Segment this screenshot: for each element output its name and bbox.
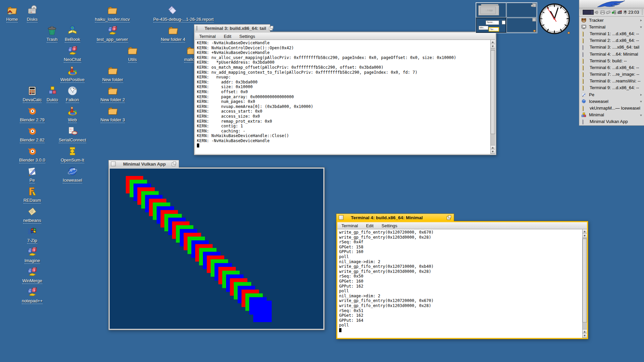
scrollbar-thumb[interactable] (491, 50, 495, 134)
desktop-icon-falkon[interactable]: Falkon (54, 85, 91, 103)
printer-icon[interactable] (600, 10, 605, 15)
desktop-icon-test-app-server[interactable]: test_app_server (94, 25, 131, 43)
desktop-icon-label: New folder 4 (161, 37, 185, 43)
tray-grip[interactable] (580, 9, 582, 15)
scroll-down-icon[interactable] (583, 334, 587, 338)
terminal3-scrollbar[interactable] (490, 40, 495, 154)
desktop-icon-new-folder-3[interactable]: New folder 3 (94, 105, 131, 123)
terminal4-menubar: TerminalEditSettings (337, 222, 587, 229)
vulkan-render-view[interactable] (110, 169, 323, 329)
deskbar-window-item[interactable]: Terminal 2: ...d.x86_64: -- (579, 37, 644, 44)
desktop-icon-image (67, 105, 78, 117)
volume-icon[interactable] (594, 10, 599, 15)
scroll-up-icon[interactable] (583, 229, 587, 234)
workspace-4[interactable] (506, 18, 537, 33)
workspace-2[interactable] (506, 3, 537, 17)
terminal4-output[interactable]: write_gp_fifo_entry(0x120720000, 0x670)w… (337, 229, 587, 338)
document-icon (583, 58, 584, 64)
replicant-hand-icon[interactable] (567, 31, 570, 34)
deskbar-window-item[interactable]: Terminal 8: ...reamsWsi: -- (579, 78, 644, 84)
deskbar-window-item[interactable]: Terminal 7: ...re_image: -- (579, 71, 644, 78)
menu-item[interactable]: Settings (378, 222, 401, 229)
scrollbar-thumb[interactable] (583, 239, 587, 322)
vulkan-window-tab[interactable]: Minimal Vulkan App (108, 160, 179, 168)
desktop-icon-blender-2-82[interactable]: Blender 2.82 (14, 125, 51, 143)
desktop-icon-image (26, 5, 38, 16)
desktop-icon-pe-435-debug-1-26-26-report[interactable]: Pe-435-debug-...1-26-26.report (153, 5, 190, 22)
terminal4-scrollbar[interactable] (582, 229, 587, 338)
menu-item[interactable]: Edit (220, 33, 235, 40)
desktop-icon-web[interactable]: Web (54, 105, 91, 123)
desktop-icon-haiku-loader-riscv[interactable]: haiku_loader.riscv (94, 5, 131, 22)
process-controller-icon[interactable] (611, 10, 616, 15)
scroll-down-icon[interactable] (583, 234, 587, 238)
desktop[interactable]: { "desktop": { "icons": [ {"label":"Home… (0, 0, 644, 362)
menu-item[interactable]: Settings (235, 33, 259, 40)
zoom-button[interactable] (172, 162, 176, 166)
desktop-icon-disks[interactable]: Disks (14, 5, 51, 22)
desktop-icon-blender-3-0-0[interactable]: Blender 3.0.0 (14, 145, 51, 163)
close-button[interactable] (111, 162, 116, 166)
scroll-up-icon[interactable] (491, 40, 495, 44)
mail-icon[interactable] (617, 10, 622, 15)
deskbar-app-iceweasel[interactable]: Iceweasel (579, 98, 644, 105)
keymap-icon[interactable] (606, 10, 611, 15)
close-button[interactable] (339, 215, 343, 220)
scroll-up-icon[interactable] (491, 145, 495, 149)
menu-item[interactable]: Terminal (337, 222, 362, 229)
workspace-1[interactable]: ...i.cpp (476, 3, 506, 17)
deskbar-window-item[interactable]: Terminal 4: ...64: Minimal (579, 51, 644, 57)
close-button[interactable] (197, 26, 197, 31)
deskbar-window-item[interactable]: Minimal Vulkan App (579, 118, 644, 125)
desktop-icon-7-zip[interactable]: 7-Zip (14, 226, 51, 244)
deskbar-app-minimal[interactable]: Minimal (579, 112, 644, 118)
desktop-icon-utils[interactable]: Utils (114, 45, 151, 63)
vulkan-cascade-graphic (110, 169, 323, 329)
deskbar-window-item[interactable]: Terminal 5: build: -- (579, 57, 644, 64)
deskbar-app-tracker[interactable]: Tracker (579, 17, 644, 23)
desktop-icon-image (107, 5, 118, 16)
scroll-up-icon[interactable] (583, 329, 587, 334)
zoom-button[interactable] (447, 215, 451, 220)
terminal3-window-tab[interactable]: Terminal 3: build.x86_64: tail (194, 24, 270, 32)
deskbar-app-pe[interactable]: Pe (579, 91, 644, 98)
deskbar-tray: 23:03 (579, 8, 644, 16)
menu-item[interactable]: Terminal (195, 33, 220, 40)
desktop-icon-notepad-[interactable]: notepad++ (14, 286, 51, 304)
desktop-icon-winmerge[interactable]: WinMerge (14, 266, 51, 284)
desktop-icon-redasm[interactable]: REDasm (14, 186, 51, 203)
tray-grip[interactable] (642, 9, 643, 15)
desktop-icon-new-folder-4[interactable]: New folder 4 (155, 25, 192, 43)
deskbar-window-item[interactable]: Terminal 9: ...d.x86_64: -- (579, 84, 644, 91)
desktop-icon-blender-2-79[interactable]: Blender 2.79 (14, 105, 51, 123)
scroll-down-icon[interactable] (491, 44, 495, 49)
workspace-preview-icon[interactable] (583, 10, 594, 15)
workspace-3-active[interactable]: Termi... Min... Ter... (476, 18, 506, 33)
desktop-icon-bebook[interactable]: BeBook (54, 25, 91, 43)
terminal3-menubar: TerminalEditSettings (195, 33, 495, 40)
desktop-icon-neochat[interactable]: NeoChat (54, 45, 91, 63)
deskbar-window-item[interactable]: Terminal 3: ....x86_64: tail (579, 44, 644, 51)
deskbar-menu-button[interactable] (579, 0, 644, 8)
desktop-icon-image (26, 105, 38, 117)
desktop-icon-pe[interactable]: Pe (14, 166, 51, 183)
app-icon (581, 24, 587, 29)
desktop-icon-new-folder-2[interactable]: New folder 2 (94, 85, 131, 103)
scroll-down-icon[interactable] (491, 149, 495, 154)
desktop-icon-serialconnect[interactable]: SerialConnect (54, 125, 91, 143)
desktop-icon-opensum-it[interactable]: OpenSum-It (54, 145, 91, 163)
desktop-icon-netbeans[interactable]: netbeans (14, 206, 51, 224)
deskbar-app-terminal[interactable]: Terminal (579, 23, 644, 30)
deskbar-window-item[interactable]: Terminal 6: ...d.x86_64: -- (579, 64, 644, 71)
desktop-icon-new-folder[interactable]: New folder (94, 65, 131, 83)
desktop-icon-iceweasel[interactable]: Iceweasel (54, 166, 91, 183)
replicant-hand-icon[interactable] (533, 29, 536, 32)
terminal4-window-tab[interactable]: Terminal 4: build.x86_64: Minimal (336, 214, 454, 221)
clock-time[interactable]: 23:03 (623, 10, 639, 15)
deskbar-window-item[interactable]: Terminal 1: ...d.x86_64: -- (579, 30, 644, 37)
terminal3-output[interactable]: KERN: -NvHaikuBaseDeviceHandleKERN: NvHa… (195, 40, 495, 154)
deskbar-window-item[interactable]: vkUnmapM...— Iceweasel (579, 105, 644, 111)
menu-item[interactable]: Edit (362, 222, 377, 229)
desktop-icon-webpositive[interactable]: WebPositive (54, 65, 91, 83)
desktop-icon-imagine[interactable]: Imagine (14, 246, 51, 264)
